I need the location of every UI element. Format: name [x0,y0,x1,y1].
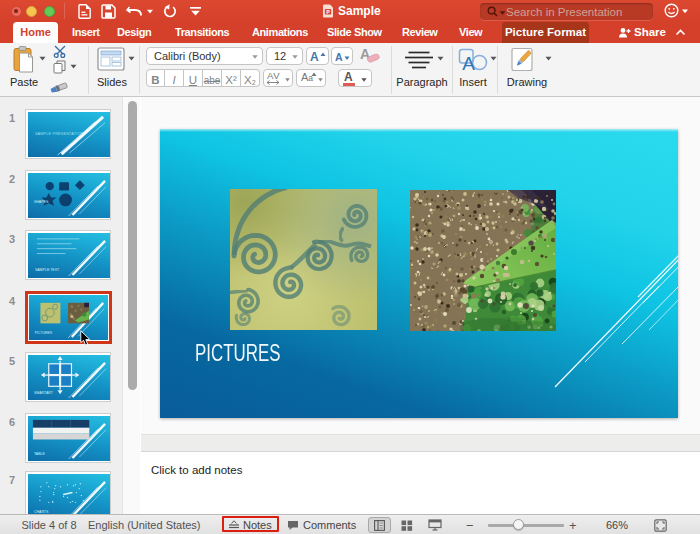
svg-text:P: P [326,9,330,15]
svg-text:SAMPLE TEXT: SAMPLE TEXT [35,268,60,272]
svg-text:SHAPES: SHAPES [34,200,49,204]
svg-text:TABLE: TABLE [34,452,46,456]
svg-text:SAMPLE PRESENTATION: SAMPLE PRESENTATION [35,132,84,136]
svg-text:PICTURES: PICTURES [35,331,53,335]
svg-text:SMARTART: SMARTART [34,391,54,395]
svg-text:A: A [462,53,475,73]
